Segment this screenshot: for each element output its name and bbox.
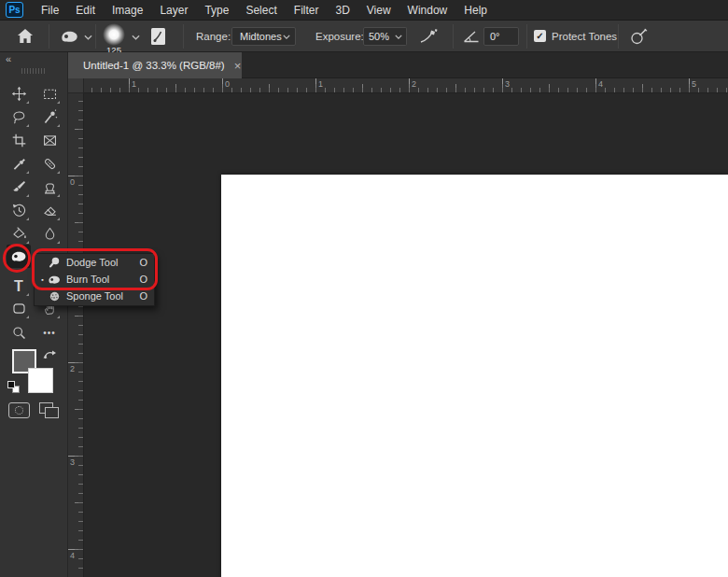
panel-grip[interactable] [21,68,47,74]
eraser-tool[interactable] [37,199,62,222]
angle-value: 0° [490,31,500,42]
vertical-ruler: 0 1 2 3 4 [68,93,84,577]
menu-edit[interactable]: Edit [67,0,104,21]
more-icon: ••• [43,328,56,338]
frame-tool[interactable] [37,129,62,152]
tab-bar: « Untitled-1 @ 33.3% (RGB/8#) × [0,52,728,78]
ruler-label: 1 [318,79,323,89]
angle-icon [463,30,480,43]
sponge-tool-icon [48,289,62,303]
move-tool[interactable] [7,82,31,106]
menu-image[interactable]: Image [104,0,151,21]
menu-type[interactable]: Type [196,0,237,21]
close-tab-icon[interactable]: × [234,59,242,73]
menu-item-label: Sponge Tool [66,290,123,302]
chevron-down-icon[interactable] [84,35,92,40]
exposure-value: 50% [369,31,389,42]
ruler-label: 0 [225,79,230,89]
photoshop-logo-icon: Ps [6,2,23,18]
chevron-down-icon [395,35,402,39]
home-icon[interactable] [17,28,34,44]
exposure-dropdown-button[interactable] [391,27,407,46]
quick-selection-tool[interactable] [37,106,62,129]
document-tab-title: Untitled-1 @ 33.3% (RGB/8#) [83,60,225,71]
blur-tool[interactable] [37,222,62,246]
menu-window[interactable]: Window [399,0,456,21]
options-separator [95,24,96,49]
crop-tool[interactable] [7,129,31,152]
exposure-label: Exposure: [315,31,364,42]
menu-item-sponge-tool[interactable]: Sponge Tool O [35,288,154,304]
menu-filter[interactable]: Filter [286,0,328,21]
protect-tones-label: Protect Tones [552,31,617,42]
range-value: Midtones [240,31,282,42]
menu-file[interactable]: File [33,0,67,21]
check-icon: ✓ [536,32,543,41]
annotation-circle-burn-tool [3,244,31,273]
ruler-label: 0 [70,177,75,187]
options-separator [183,24,184,49]
range-label: Range: [196,31,231,42]
menu-layer[interactable]: Layer [151,0,196,21]
zoom-tool[interactable] [7,321,31,345]
chevron-down-icon[interactable] [132,35,140,40]
pressure-size-icon[interactable] [629,27,649,47]
lasso-tool[interactable] [7,106,31,129]
options-separator [49,24,49,49]
horizontal-ruler: 1 0 1 2 3 4 5 [84,78,728,93]
burn-tool-preset-icon[interactable] [60,29,80,44]
menu-3d[interactable]: 3D [327,0,357,21]
ruler-label: 3 [505,79,510,89]
canvas[interactable] [221,175,728,577]
exposure-input[interactable]: 50% [363,27,392,46]
paint-bucket-tool[interactable] [7,222,31,246]
ruler-label: 4 [598,79,603,89]
type-tool[interactable]: T [7,274,31,298]
swap-colors-icon[interactable] [43,348,57,361]
brush-settings-panel-icon[interactable] [149,26,167,47]
range-dropdown[interactable]: Midtones [231,27,296,46]
ruler-label: 5 [692,79,696,89]
protect-tones-checkbox[interactable]: ✓ [534,30,546,42]
options-separator [618,24,619,49]
airbrush-icon[interactable] [418,28,439,45]
angle-input[interactable]: 0° [483,27,519,46]
ruler-label: 3 [70,457,75,467]
chevron-down-icon [283,35,290,39]
brush-preview[interactable] [103,23,125,46]
eyedropper-tool[interactable] [7,152,31,176]
menu-select[interactable]: Select [237,0,285,21]
ruler-label: 1 [132,79,136,89]
photoshop-window: Ps File Edit Image Layer Type Select Fil… [0,0,728,577]
options-separator [526,24,527,49]
menu-bar: Ps File Edit Image Layer Type Select Fil… [0,0,728,21]
menu-view[interactable]: View [358,0,399,21]
background-color-swatch[interactable] [28,368,53,393]
annotation-rect-dodge-burn-items [32,248,158,290]
type-tool-glyph: T [14,278,23,295]
options-separator [453,24,454,49]
rectangular-marquee-tool[interactable] [37,82,62,106]
spot-healing-brush-tool[interactable] [37,152,62,176]
history-brush-tool[interactable] [7,199,31,222]
quick-mask-mode-button[interactable] [8,402,30,418]
brush-tool[interactable] [7,176,31,199]
clone-stamp-tool[interactable] [37,176,62,199]
ruler-label: 2 [70,364,75,373]
default-colors-icon[interactable] [7,381,21,394]
options-bar: 125 Range: Midtones Exposure: 50% [0,21,728,52]
document-tab[interactable]: Untitled-1 @ 33.3% (RGB/8#) × [68,52,242,78]
edit-toolbar-button[interactable]: ••• [37,321,62,345]
menu-help[interactable]: Help [455,0,496,21]
screen-mode-button[interactable] [39,402,60,418]
ruler-corner [68,78,84,93]
ruler-label: 2 [412,79,416,89]
ruler-label: 4 [70,551,75,560]
collapse-panel-icon[interactable]: « [6,53,11,64]
menu-item-shortcut: O [139,290,147,302]
shape-tool[interactable] [7,297,31,320]
tools-panel-header: « [0,52,68,78]
